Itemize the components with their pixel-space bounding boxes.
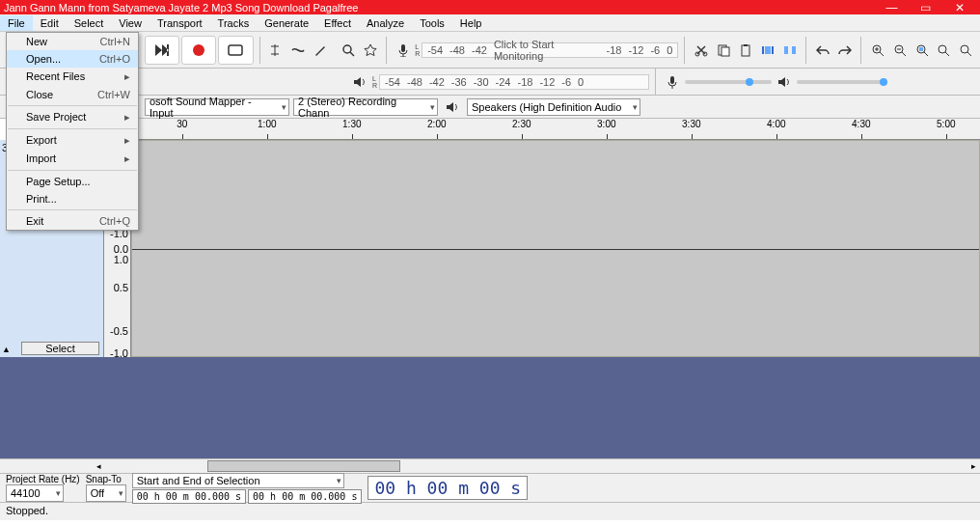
project-rate-combo[interactable]: 44100 [6,484,64,502]
recording-volume-slider[interactable] [685,80,772,84]
track-area: 32-bit float ▲ Select 1.00.5-0.5-1.01.00… [0,140,980,357]
selection-tool-button[interactable] [265,40,286,61]
filemenu-exit[interactable]: ExitCtrl+Q [7,212,138,230]
playback-meter[interactable]: -54-48-42-36-30-24-18-12-60 [379,74,649,90]
menu-tools[interactable]: Tools [412,15,452,31]
trim-button[interactable] [757,40,777,61]
filemenu-save-project[interactable]: Save Project▸ [7,108,138,126]
fit-selection-button[interactable] [912,40,932,61]
svg-rect-3 [401,44,405,52]
menu-tracks[interactable]: Tracks [210,15,258,31]
recording-channels-combo[interactable]: 2 (Stereo) Recording Chann [293,98,438,116]
svg-point-0 [193,44,204,56]
menu-transport[interactable]: Transport [150,15,210,31]
svg-point-18 [961,45,968,53]
zoom-toggle-button[interactable] [956,40,976,61]
zoom-in-button[interactable] [867,40,887,61]
multi-tool-button[interactable] [360,40,380,61]
filemenu-import[interactable]: Import▸ [7,150,138,168]
svg-rect-12 [792,46,796,54]
filemenu-print-[interactable]: Print... [7,190,138,207]
draw-tool-button[interactable] [310,40,330,61]
zoom-out-button[interactable] [889,40,910,61]
record-meter-mic-icon[interactable] [393,40,413,61]
filemenu-export[interactable]: Export▸ [7,131,138,150]
titlebar: Jann Gann Mann from Satyameva Jayate 2 M… [0,0,980,14]
main-toolbar: LR -54-48-42Click to Start Monitoring-18… [0,32,980,69]
play-meter-speaker-icon[interactable] [349,71,370,93]
menu-help[interactable]: Help [452,15,490,31]
redo-button[interactable] [834,40,855,61]
speaker-slider-icon [774,71,795,93]
close-button[interactable]: ✕ [942,0,976,14]
selection-toolbar: Project Rate (Hz) 44100 Snap-To Off Star… [0,474,980,503]
fit-project-button[interactable] [934,40,954,61]
recording-meter[interactable]: -54-48-42Click to Start Monitoring-18-12… [422,42,678,58]
mic-slider-icon [662,71,683,93]
filemenu-new[interactable]: NewCtrl+N [7,33,138,50]
snap-to-label: Snap-To [86,474,126,484]
svg-point-2 [343,45,351,53]
time-display[interactable]: 00 h 00 m 00 s [368,476,528,500]
menu-effect[interactable]: Effect [316,15,359,31]
selection-mode-combo[interactable]: Start and End of Selection [132,473,344,488]
scroll-right-icon[interactable]: ▸ [971,461,976,471]
cut-button[interactable] [691,40,711,61]
status-bar: Stopped. [0,503,980,520]
svg-rect-8 [742,45,749,56]
svg-rect-11 [784,46,788,54]
snap-to-combo[interactable]: Off [86,484,126,502]
copy-button[interactable] [713,40,733,61]
app-title: Jann Gann Mann from Satyameva Jayate 2 M… [4,2,359,14]
svg-rect-1 [229,45,242,55]
zoom-tool-button[interactable] [338,40,358,61]
playback-device-icon [442,97,463,118]
filemenu-recent-files[interactable]: Recent Files▸ [7,68,138,86]
svg-rect-9 [744,44,748,46]
selection-start-field[interactable]: 00 h 00 m 00.000 s [132,489,246,504]
svg-point-17 [939,45,946,53]
svg-rect-10 [765,46,771,54]
empty-track-area [0,357,980,458]
menu-file[interactable]: File [0,15,33,31]
device-toolbar: osoft Sound Mapper - Input 2 (Stereo) Re… [0,96,980,119]
svg-rect-19 [670,76,674,84]
menu-generate[interactable]: Generate [257,15,316,31]
minimize-button[interactable]: — [875,0,909,14]
menu-view[interactable]: View [111,15,150,31]
waveform-canvas[interactable] [131,140,980,357]
paste-button[interactable] [735,40,755,61]
record-button[interactable] [181,36,216,65]
playback-volume-slider[interactable] [797,80,884,84]
rec-meter-lr-label: LR [415,43,420,57]
selection-end-field[interactable]: 00 h 00 m 00.000 s [248,489,362,504]
undo-button[interactable] [812,40,832,61]
menu-select[interactable]: Select [67,15,112,31]
timeline-ruler[interactable]: 301:001:302:002:303:003:304:004:305:00 [131,119,980,140]
menubar: FileEditSelectViewTransportTracksGenerat… [0,14,980,32]
filemenu-open-[interactable]: Open...Ctrl+O [7,50,138,68]
filemenu-close[interactable]: CloseCtrl+W [7,86,138,103]
menu-analyze[interactable]: Analyze [359,15,412,31]
skip-end-button[interactable] [145,36,179,65]
envelope-tool-button[interactable] [287,40,308,61]
playback-device-combo[interactable]: Speakers (High Definition Audio [467,98,640,116]
svg-rect-7 [721,47,729,56]
file-menu-dropdown: NewCtrl+NOpen...Ctrl+ORecent Files▸Close… [6,32,139,231]
track-collapse-icon[interactable]: ▲ [2,345,11,354]
filemenu-page-setup-[interactable]: Page Setup... [7,173,138,190]
maximize-button[interactable]: ▭ [909,0,942,14]
svg-rect-16 [919,47,923,51]
project-rate-label: Project Rate (Hz) [6,474,80,484]
loop-button[interactable] [218,36,253,65]
play-meter-lr-label: LR [372,75,377,89]
scroll-left-icon[interactable]: ◂ [96,461,101,471]
track-select-button[interactable]: Select [21,342,99,355]
silence-button[interactable] [779,40,800,61]
scrollbar-thumb[interactable] [207,460,400,472]
secondary-toolbar: LR -54-48-42-36-30-24-18-12-60 [0,69,980,96]
menu-edit[interactable]: Edit [33,15,67,31]
recording-device-combo[interactable]: osoft Sound Mapper - Input [145,98,289,116]
